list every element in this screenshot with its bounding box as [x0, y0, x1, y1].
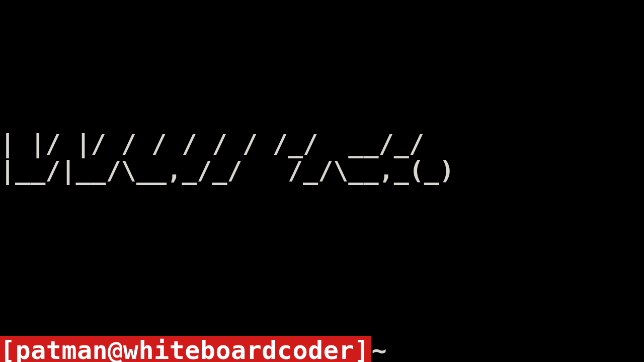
figlet-banner: | |/ |/ / / / / / /_/ __/_/ |__/|__/\__,… — [0, 131, 644, 184]
ascii-line-1: | |/ |/ / / / / / /_/ __/_/ — [0, 129, 439, 158]
prompt-block-1: [patman@whiteboardcoder]~ — [0, 334, 644, 362]
user-host-label: [patman@whiteboardcoder] — [0, 336, 371, 362]
ascii-line-2: |__/|__/\__,_/_/ /_/\__,_(_) — [0, 156, 454, 185]
terminal-window[interactable]: | |/ |/ / / / / / /_/ __/_/ |__/|__/\__,… — [0, 0, 644, 362]
cwd-label: ~ — [371, 336, 387, 362]
